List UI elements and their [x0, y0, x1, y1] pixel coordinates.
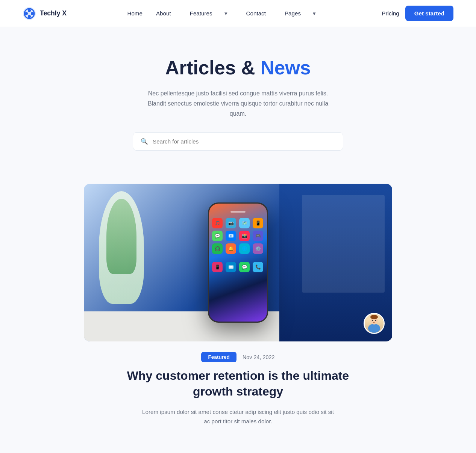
- hero-title: Articles & News: [8, 57, 468, 79]
- search-box: 🔍: [133, 132, 343, 151]
- features-chevron-icon: ▾: [219, 7, 233, 20]
- svg-point-5: [28, 15, 31, 18]
- nav-features[interactable]: Features ▾: [179, 4, 238, 23]
- brand-name: Techly X: [40, 9, 67, 17]
- brand-logo[interactable]: Techly X: [23, 7, 67, 20]
- nav-pricing[interactable]: Pricing: [382, 10, 399, 17]
- search-icon: 🔍: [141, 138, 148, 145]
- plant-bg: [99, 191, 144, 304]
- app-icon: 📱: [253, 218, 263, 228]
- app-icon: 🎮: [253, 231, 263, 241]
- app-grid: 🎵 📷 🗺️ 📱 💬 📧 📸 🎮 🎧 🔔 🌐 ⚙️: [212, 218, 264, 254]
- app-icon: 🗺️: [239, 218, 250, 228]
- app-icon: 🌐: [239, 243, 250, 254]
- nav-pages[interactable]: Pages ▾: [274, 4, 326, 23]
- app-grid-2: 📱 ✉️ 💬 📞: [212, 262, 264, 272]
- article-excerpt: Lorem ipsum dolor sit amet conse ctetur …: [140, 407, 336, 427]
- app-icon: 📸: [239, 231, 250, 241]
- svg-point-4: [28, 9, 31, 12]
- avatar-face: [365, 314, 384, 333]
- search-input[interactable]: [153, 138, 335, 145]
- phone-screen: 🎵 📷 🗺️ 📱 💬 📧 📸 🎮 🎧 🔔 🌐 ⚙️: [209, 204, 267, 322]
- hero-subtitle: Nec pellentesque justo facilisi sed cong…: [140, 88, 336, 119]
- app-icon: 📧: [226, 231, 236, 241]
- navbar: Techly X Home About Features ▾ Contact P…: [0, 0, 476, 27]
- featured-badge: Featured: [201, 352, 236, 362]
- avatar-svg: [365, 314, 384, 333]
- app-icon: 🔔: [226, 243, 236, 254]
- svg-point-2: [25, 12, 28, 15]
- article-title: Why customer retention is the ultimate g…: [125, 368, 351, 399]
- pages-chevron-icon: ▾: [308, 7, 321, 20]
- svg-point-3: [31, 12, 34, 15]
- app-icon-chat: 💬: [239, 262, 250, 272]
- nav-right: Pricing Get started: [382, 6, 453, 21]
- app-icon: 📷: [226, 218, 236, 228]
- phone-mockup: 🎵 📷 🗺️ 📱 💬 📧 📸 🎮 🎧 🔔 🌐 ⚙️: [208, 202, 268, 323]
- app-icon: ⚙️: [253, 243, 263, 254]
- nav-about[interactable]: About: [151, 7, 176, 20]
- article-content: Featured Nov 24, 2022 Why customer reten…: [69, 352, 407, 453]
- app-icon-call: 📞: [253, 262, 263, 272]
- logo-icon: [23, 7, 36, 20]
- svg-point-10: [375, 320, 376, 321]
- article-date: Nov 24, 2022: [243, 354, 275, 360]
- hero-section: Articles & News Nec pellentesque justo f…: [0, 27, 476, 184]
- article-meta: Featured Nov 24, 2022: [84, 352, 392, 362]
- app-icon: 🎧: [212, 243, 223, 254]
- author-avatar: [364, 313, 385, 334]
- svg-point-9: [372, 320, 373, 321]
- monitor-screen: [302, 195, 385, 293]
- app-icon-msg: ✉️: [226, 262, 236, 272]
- app-icon-instagram: 📱: [212, 262, 223, 272]
- get-started-button[interactable]: Get started: [405, 6, 453, 21]
- nav-home[interactable]: Home: [122, 7, 148, 20]
- featured-image: 🎵 📷 🗺️ 📱 💬 📧 📸 🎮 🎧 🔔 🌐 ⚙️: [84, 184, 392, 341]
- svg-point-7: [368, 324, 380, 333]
- app-icon: 💬: [212, 231, 223, 241]
- featured-image-wrap: 🎵 📷 🗺️ 📱 💬 📧 📸 🎮 🎧 🔔 🌐 ⚙️: [84, 184, 392, 341]
- app-icon: 🎵: [212, 218, 223, 228]
- nav-links: Home About Features ▾ Contact Pages ▾: [122, 4, 326, 23]
- search-container: 🔍: [133, 132, 343, 151]
- svg-point-11: [370, 315, 378, 319]
- nav-contact[interactable]: Contact: [241, 7, 271, 20]
